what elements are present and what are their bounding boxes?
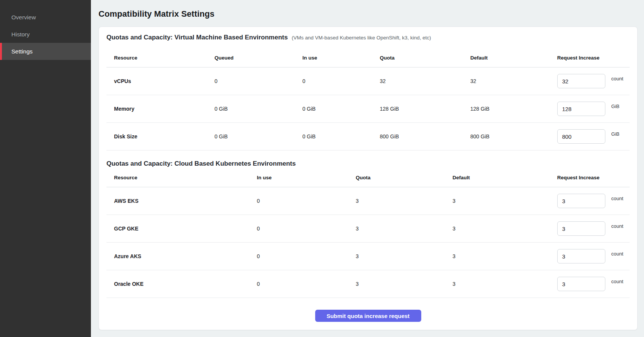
vm-quota-table: Resource Queued In use Quota Default Req… xyxy=(106,42,630,150)
request-increase-input[interactable] xyxy=(557,74,605,88)
column-header-in-use: In use xyxy=(249,168,348,187)
resource-name: GCP GKE xyxy=(106,215,249,243)
request-increase-input[interactable] xyxy=(557,249,605,263)
queued-value: 0 GiB xyxy=(207,95,295,123)
column-header-request-increase: Request Increase xyxy=(550,168,630,187)
default-value: 3 xyxy=(445,270,549,298)
unit-label: count xyxy=(611,196,624,201)
unit-label: count xyxy=(611,279,624,284)
in-use-value: 0 xyxy=(249,243,348,270)
sidebar-item-label: History xyxy=(11,31,30,38)
column-header-default: Default xyxy=(445,168,549,187)
column-header-in-use: In use xyxy=(295,42,372,67)
table-row: GCP GKE 0 3 3 count xyxy=(106,215,630,243)
quota-value: 3 xyxy=(348,243,445,270)
cloud-quota-table: Resource In use Quota Default Request In… xyxy=(106,168,630,298)
in-use-value: 0 xyxy=(249,215,348,243)
cloud-section-title: Quotas and Capacity: Cloud Based Kuberne… xyxy=(106,160,296,167)
column-header-resource: Resource xyxy=(106,168,249,187)
unit-label: GiB xyxy=(611,103,620,109)
quota-value: 32 xyxy=(372,67,463,95)
page-title: Compatibility Matrix Settings xyxy=(98,9,638,19)
default-value: 128 GiB xyxy=(463,95,549,123)
settings-card: Quotas and Capacity: Virtual Machine Bas… xyxy=(98,27,638,330)
cloud-table-header-row: Resource In use Quota Default Request In… xyxy=(106,168,630,187)
request-increase-input[interactable] xyxy=(557,277,605,291)
vm-section-title: Quotas and Capacity: Virtual Machine Bas… xyxy=(106,34,288,41)
in-use-value: 0 GiB xyxy=(295,123,372,150)
queued-value: 0 GiB xyxy=(207,123,295,150)
sidebar-item-label: Overview xyxy=(11,14,36,21)
table-row: Disk Size 0 GiB 0 GiB 800 GiB 800 GiB Gi… xyxy=(106,123,630,150)
vm-section-subtitle: (VMs and VM-based Kubernetes like OpenSh… xyxy=(292,35,431,41)
column-header-resource: Resource xyxy=(106,42,207,67)
unit-label: count xyxy=(611,76,624,82)
default-value: 3 xyxy=(445,187,549,215)
in-use-value: 0 xyxy=(249,270,348,298)
sidebar-item-history[interactable]: History xyxy=(0,26,91,43)
quota-value: 128 GiB xyxy=(372,95,463,123)
main-content: Compatibility Matrix Settings Quotas and… xyxy=(91,0,644,330)
resource-name: Oracle OKE xyxy=(106,270,249,298)
request-increase-input[interactable] xyxy=(557,221,605,236)
default-value: 32 xyxy=(463,67,549,95)
request-increase-input[interactable] xyxy=(557,194,605,208)
quota-value: 3 xyxy=(348,215,445,243)
quota-value: 800 GiB xyxy=(372,123,463,150)
default-value: 800 GiB xyxy=(463,123,549,150)
resource-name: vCPUs xyxy=(106,67,207,95)
table-row: Oracle OKE 0 3 3 count xyxy=(106,270,630,298)
queued-value: 0 xyxy=(207,67,295,95)
quota-value: 3 xyxy=(348,270,445,298)
column-header-quota: Quota xyxy=(348,168,445,187)
table-row: AWS EKS 0 3 3 count xyxy=(106,187,630,215)
sidebar-item-label: Settings xyxy=(11,48,33,55)
sidebar-item-settings[interactable]: Settings xyxy=(0,43,91,60)
column-header-queued: Queued xyxy=(207,42,295,67)
table-row: vCPUs 0 0 32 32 count xyxy=(106,67,630,95)
resource-name: Memory xyxy=(106,95,207,123)
in-use-value: 0 xyxy=(249,187,348,215)
resource-name: Disk Size xyxy=(106,123,207,150)
unit-label: count xyxy=(611,223,624,229)
in-use-value: 0 xyxy=(295,67,372,95)
column-header-quota: Quota xyxy=(372,42,463,67)
default-value: 3 xyxy=(445,215,549,243)
unit-label: GiB xyxy=(611,131,620,137)
unit-label: count xyxy=(611,251,624,257)
button-row: Submit quota increase request xyxy=(106,310,630,322)
request-increase-input[interactable] xyxy=(557,102,605,116)
cloud-section-heading: Quotas and Capacity: Cloud Based Kuberne… xyxy=(106,160,630,168)
quota-value: 3 xyxy=(348,187,445,215)
resource-name: AWS EKS xyxy=(106,187,249,215)
submit-quota-increase-button[interactable]: Submit quota increase request xyxy=(315,310,421,322)
in-use-value: 0 GiB xyxy=(295,95,372,123)
table-row: Memory 0 GiB 0 GiB 128 GiB 128 GiB GiB xyxy=(106,95,630,123)
sidebar: Overview History Settings xyxy=(0,0,91,337)
default-value: 3 xyxy=(445,243,549,270)
table-row: Azure AKS 0 3 3 count xyxy=(106,243,630,270)
vm-table-header-row: Resource Queued In use Quota Default Req… xyxy=(106,42,630,67)
resource-name: Azure AKS xyxy=(106,243,249,270)
column-header-request-increase: Request Increase xyxy=(550,42,630,67)
vm-section-heading: Quotas and Capacity: Virtual Machine Bas… xyxy=(106,34,630,42)
column-header-default: Default xyxy=(463,42,549,67)
sidebar-item-overview[interactable]: Overview xyxy=(0,9,91,26)
request-increase-input[interactable] xyxy=(557,129,605,144)
